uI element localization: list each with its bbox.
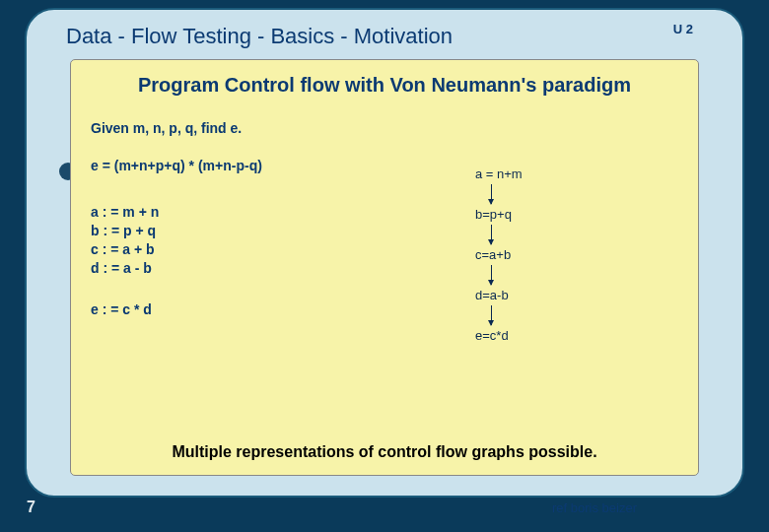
reference-text: ref boris beizer xyxy=(552,500,637,515)
content-box: Program Control flow with Von Neumann's … xyxy=(70,59,699,476)
arrow-down-icon xyxy=(491,305,492,325)
assignment-e: e : = c * d xyxy=(91,301,678,317)
assignment-line: b : = p + q xyxy=(91,222,678,240)
flow-column: a = n+m b=p+q c=a+b d=a-b e=c*d xyxy=(475,166,523,345)
slide-header-title: Data - Flow Testing - Basics - Motivatio… xyxy=(66,24,703,49)
slide-header-badge: U 2 xyxy=(673,22,693,36)
arrow-down-icon xyxy=(491,225,492,244)
arrow-down-icon xyxy=(491,184,492,204)
assignment-line: a : = m + n xyxy=(91,203,678,222)
flow-step: a = n+m xyxy=(475,166,523,181)
given-text: Given m, n, p, q, find e. xyxy=(91,120,678,136)
arrow-down-icon xyxy=(491,265,492,285)
assignments-block: a : = m + n b : = p + q c : = a + b d : … xyxy=(91,203,678,278)
content-title: Program Control flow with Von Neumann's … xyxy=(91,74,678,97)
main-equation: e = (m+n+p+q) * (m+n-p-q) xyxy=(91,158,678,173)
assignment-line: d : = a - b xyxy=(91,259,678,278)
flow-step: b=p+q xyxy=(475,207,523,222)
flow-step: e=c*d xyxy=(475,328,523,343)
footer-note: Multiple representations of control flow… xyxy=(71,443,698,461)
flow-step: d=a-b xyxy=(475,288,523,302)
page-number: 7 xyxy=(27,499,35,516)
flow-step: c=a+b xyxy=(475,247,523,262)
slide-container: Data - Flow Testing - Basics - Motivatio… xyxy=(25,8,744,498)
assignment-line: c : = a + b xyxy=(91,240,678,259)
